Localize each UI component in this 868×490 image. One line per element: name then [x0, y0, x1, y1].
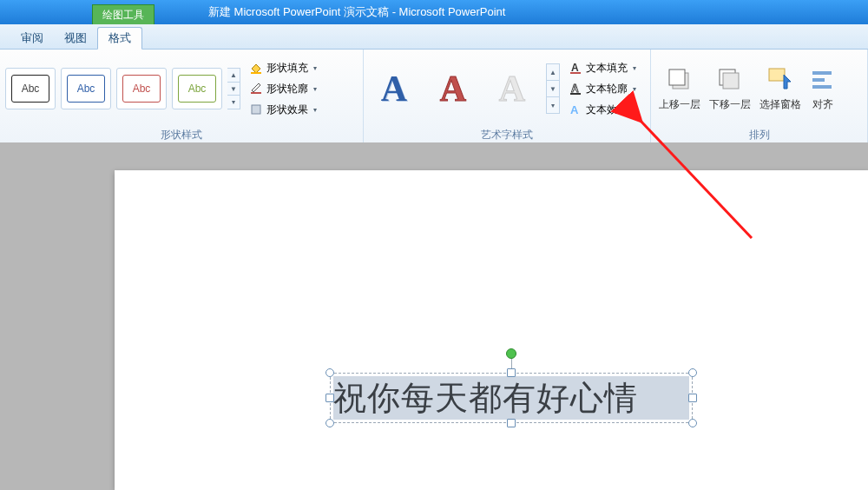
- svg-rect-12: [769, 69, 785, 81]
- scroll-down-icon[interactable]: ▼: [547, 81, 559, 97]
- wordart-style-item[interactable]: A: [369, 64, 419, 113]
- svg-text:A: A: [571, 83, 579, 95]
- title-bar: 绘图工具 新建 Microsoft PowerPoint 演示文稿 - Micr…: [0, 0, 868, 24]
- shape-style-item[interactable]: Abc: [116, 68, 167, 109]
- app-window: 绘图工具 新建 Microsoft PowerPoint 演示文稿 - Micr…: [0, 0, 868, 490]
- tab-view[interactable]: 视图: [54, 28, 97, 49]
- svg-rect-13: [812, 71, 832, 75]
- resize-handle-sw[interactable]: [326, 419, 334, 427]
- rotation-handle[interactable]: [506, 348, 516, 359]
- group-arrange: 上移一层 下移一层 选择窗格 对齐 排列: [651, 50, 868, 143]
- align-button[interactable]: 对齐: [806, 56, 840, 121]
- resize-handle-se[interactable]: [688, 419, 697, 427]
- text-effects-icon: A: [569, 103, 582, 116]
- scroll-down-icon[interactable]: ▼: [227, 83, 240, 96]
- shape-style-item[interactable]: Abc: [61, 68, 111, 109]
- shape-style-gallery-scroll[interactable]: ▲ ▼ ▾: [227, 68, 240, 109]
- svg-rect-4: [570, 72, 581, 74]
- tab-format[interactable]: 格式: [97, 27, 142, 50]
- resize-handle-n[interactable]: [507, 368, 516, 377]
- wordart-style-item[interactable]: A: [428, 64, 478, 113]
- text-fill-button[interactable]: A 文本填充▾: [565, 58, 640, 77]
- bring-forward-button[interactable]: 上移一层: [654, 56, 705, 121]
- resize-handle-ne[interactable]: [688, 368, 697, 377]
- svg-rect-11: [723, 73, 739, 89]
- ribbon-tabs: 审阅 视图 格式: [0, 24, 868, 50]
- group-label-wordart: 艺术字样式: [364, 128, 650, 143]
- scroll-up-icon[interactable]: ▲: [227, 69, 240, 83]
- send-backward-button[interactable]: 下移一层: [705, 56, 755, 121]
- selected-textbox[interactable]: 祝你每天都有好心情: [330, 373, 693, 423]
- wordart-gallery[interactable]: A A A ▲ ▼ ▾: [369, 63, 560, 114]
- workspace: 祝你每天都有好心情: [0, 142, 868, 490]
- contextual-tab-area: 绘图工具: [0, 0, 174, 24]
- scroll-up-icon[interactable]: ▲: [547, 64, 559, 81]
- ribbon: Abc Abc Abc Abc ▲ ▼ ▾ 形状填充▾: [0, 50, 868, 144]
- text-outline-icon: A: [569, 82, 582, 96]
- group-shape-styles: Abc Abc Abc Abc ▲ ▼ ▾ 形状填充▾: [0, 50, 364, 143]
- paint-bucket-icon: [249, 61, 263, 75]
- align-icon: [809, 66, 837, 94]
- svg-rect-9: [669, 70, 685, 85]
- textbox-content[interactable]: 祝你每天都有好心情: [333, 376, 689, 420]
- shape-fill-button[interactable]: 形状填充▾: [246, 58, 320, 77]
- wordart-style-item[interactable]: A: [487, 64, 537, 113]
- tab-review[interactable]: 审阅: [10, 28, 54, 49]
- selection-pane-icon: [766, 66, 794, 94]
- shape-effects-icon: [249, 103, 263, 116]
- svg-text:A: A: [570, 103, 579, 116]
- svg-rect-6: [570, 93, 581, 95]
- group-label-shape-styles: 形状样式: [0, 128, 363, 143]
- bring-forward-icon: [666, 66, 694, 94]
- selection-pane-button[interactable]: 选择窗格: [755, 56, 806, 121]
- resize-handle-e[interactable]: [688, 394, 697, 402]
- gallery-more-icon[interactable]: ▾: [227, 96, 240, 109]
- svg-rect-1: [251, 92, 261, 94]
- text-effects-button[interactable]: A 文本效果▾: [565, 100, 640, 119]
- group-wordart-styles: A A A ▲ ▼ ▾ A 文本填充▾ A 文: [364, 50, 651, 143]
- shape-style-item[interactable]: Abc: [172, 68, 222, 109]
- contextual-tab-drawingtools[interactable]: 绘图工具: [92, 4, 155, 24]
- slide-canvas[interactable]: 祝你每天都有好心情: [115, 170, 868, 490]
- resize-handle-w[interactable]: [326, 394, 334, 402]
- svg-rect-14: [812, 78, 825, 82]
- svg-rect-0: [251, 72, 261, 74]
- resize-handle-s[interactable]: [507, 419, 516, 427]
- pencil-outline-icon: [249, 82, 263, 96]
- shape-style-item[interactable]: Abc: [5, 68, 56, 109]
- shape-style-gallery[interactable]: Abc Abc Abc Abc ▲ ▼ ▾: [5, 68, 240, 109]
- svg-rect-2: [252, 105, 260, 114]
- window-title: 新建 Microsoft PowerPoint 演示文稿 - Microsoft…: [208, 4, 505, 20]
- group-label-arrange: 排列: [651, 128, 867, 143]
- svg-rect-15: [812, 85, 832, 89]
- gallery-more-icon[interactable]: ▾: [547, 97, 559, 113]
- shape-effects-button[interactable]: 形状效果▾: [246, 100, 320, 119]
- svg-text:A: A: [571, 62, 579, 74]
- shape-outline-button[interactable]: 形状轮廓▾: [246, 79, 320, 98]
- resize-handle-nw[interactable]: [326, 368, 334, 377]
- text-outline-button[interactable]: A 文本轮廓▾: [565, 79, 640, 98]
- wordart-gallery-scroll[interactable]: ▲ ▼ ▾: [546, 63, 560, 114]
- text-fill-icon: A: [569, 61, 582, 75]
- send-backward-icon: [716, 66, 744, 94]
